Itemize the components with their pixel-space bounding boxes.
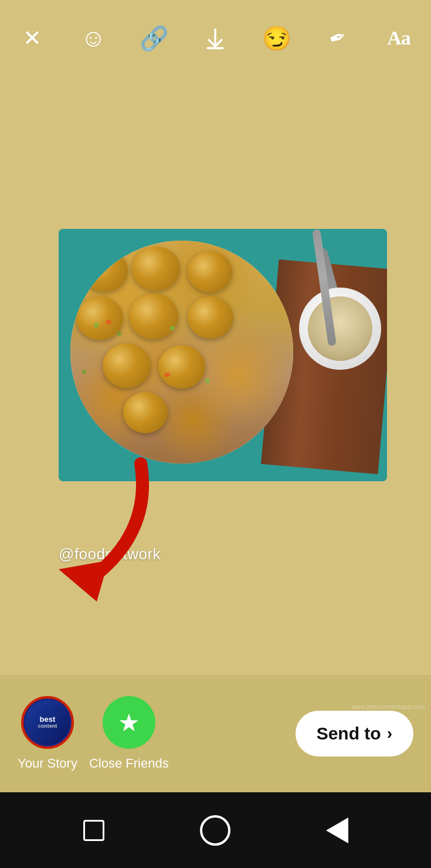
avatar-image: best content: [25, 700, 70, 745]
android-nav-bar: [0, 792, 431, 868]
svg-marker-1: [59, 560, 108, 602]
close-friends-button[interactable]: ★: [103, 696, 155, 749]
draw-icon[interactable]: ✒: [319, 19, 357, 57]
watermark: www.bestcontentapp.com: [352, 703, 425, 710]
link-icon[interactable]: 🔗: [140, 23, 169, 53]
recent-apps-button[interactable]: [83, 820, 104, 841]
food-image: [59, 229, 387, 481]
bottom-action-bar: best content Your Story ★ Close Friends …: [0, 675, 431, 792]
toolbar: ✕ ☺️ 🔗 😏 ✒ Aa: [0, 0, 431, 65]
send-to-label: Send to: [317, 724, 381, 744]
close-friends-option[interactable]: ★ Close Friends: [89, 696, 169, 771]
text-tool-button[interactable]: Aa: [384, 23, 413, 53]
close-button[interactable]: ✕: [18, 23, 47, 53]
star-icon: ★: [118, 708, 140, 737]
home-button[interactable]: [200, 815, 230, 846]
your-story-option[interactable]: best content Your Story: [18, 696, 77, 771]
chevron-right-icon: ›: [387, 724, 392, 743]
send-to-button[interactable]: Send to ›: [296, 711, 413, 756]
close-friends-label: Close Friends: [89, 756, 169, 771]
attribution-text: @foodnetwork: [59, 545, 161, 563]
story-editor: ✕ ☺️ 🔗 😏 ✒ Aa: [0, 0, 431, 792]
download-icon[interactable]: [201, 23, 230, 53]
your-story-label: Your Story: [18, 756, 77, 771]
back-button[interactable]: [326, 818, 348, 843]
your-story-avatar: best content: [21, 696, 74, 749]
face-sticker-icon[interactable]: 😏: [262, 23, 291, 53]
emoji-sticker-icon[interactable]: ☺️: [79, 23, 108, 53]
